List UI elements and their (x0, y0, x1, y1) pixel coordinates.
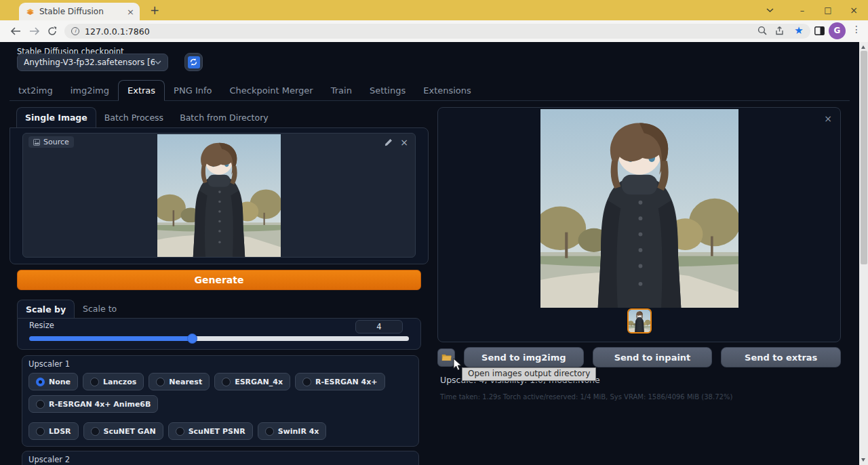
extras-right-panel: × Send to img2imgSend to inpaintSend to … (437, 107, 841, 367)
url-text: 127.0.0.1:7860 (85, 26, 150, 37)
send-to-extras-button[interactable]: Send to extras (721, 347, 841, 367)
tab-img2img[interactable]: img2img (62, 80, 118, 101)
generate-button[interactable]: Generate (17, 270, 421, 290)
tab-checkpoint-merger[interactable]: Checkpoint Merger (220, 80, 321, 101)
scale-tabs: Scale byScale to Resize 4 (9, 300, 429, 350)
radio-icon (90, 378, 99, 386)
resize-slider[interactable] (29, 336, 409, 341)
reload-button[interactable] (45, 24, 60, 39)
mouse-cursor (453, 358, 462, 371)
output-preview[interactable] (540, 109, 738, 310)
edit-pencil-icon[interactable] (384, 138, 393, 146)
tab-close-icon[interactable]: × (127, 7, 134, 16)
subtab-batch-process[interactable]: Batch Process (96, 107, 172, 127)
tab-extensions[interactable]: Extensions (414, 80, 480, 101)
scale-tab-scale-by[interactable]: Scale by (17, 300, 75, 318)
refresh-checkpoint-button[interactable] (184, 53, 203, 71)
site-info-icon[interactable]: i (71, 27, 79, 35)
slider-handle[interactable] (187, 333, 197, 344)
send-to-img2img-button[interactable]: Send to img2img (464, 347, 584, 367)
resize-label: Resize (29, 321, 409, 330)
subtab-batch-from-directory[interactable]: Batch from Directory (172, 107, 277, 127)
folder-tooltip: Open images output directory (462, 367, 596, 381)
scale-tab-bar: Scale byScale to (9, 300, 429, 318)
upscaler-option-lanczos[interactable]: Lanczos (83, 373, 144, 390)
upscaler-option-none[interactable]: None (28, 373, 78, 390)
upscaler-option-ldsr[interactable]: LDSR (28, 422, 79, 440)
radio-icon (222, 378, 231, 386)
bookmark-star-icon[interactable]: ★ (791, 23, 806, 38)
dropzone-actions: × (384, 138, 408, 147)
profile-avatar[interactable]: G (829, 22, 846, 39)
scrollbar-thumb[interactable] (861, 51, 867, 264)
output-image (540, 109, 738, 308)
performance-info-text: Time taken: 1.29s Torch active/reserved:… (440, 393, 732, 401)
back-button[interactable] (8, 24, 23, 39)
scale-tab-scale-to[interactable]: Scale to (75, 300, 125, 318)
image-icon (33, 139, 40, 146)
output-gallery: × (437, 107, 841, 342)
radio-icon (36, 427, 45, 436)
chevron-down-icon (155, 60, 161, 64)
share-icon[interactable] (773, 23, 788, 38)
send-to-inpaint-button[interactable]: Send to inpaint (593, 347, 713, 367)
clear-image-icon[interactable]: × (400, 138, 408, 147)
radio-label: R-ESRGAN 4x+ Anime6B (49, 400, 151, 409)
zoom-page-icon[interactable] (755, 23, 770, 38)
tab-train[interactable]: Train (322, 80, 361, 101)
tab-txt2img[interactable]: txt2img (9, 80, 62, 101)
tab-extras[interactable]: Extras (118, 80, 165, 101)
gallery-close-icon[interactable]: × (824, 113, 832, 124)
radio-label: Lanczos (103, 378, 136, 386)
page-scrollbar[interactable] (859, 42, 868, 465)
upscaler-option-nearest[interactable]: Nearest (149, 373, 210, 390)
window-maximize-button[interactable]: □ (815, 0, 841, 20)
upscaler-option-swinir-4x[interactable]: SwinIR 4x (258, 422, 327, 440)
browser-toolbar: i 127.0.0.1:7860 ★ G ⋮ (0, 20, 868, 42)
tab-settings[interactable]: Settings (361, 80, 414, 101)
send-buttons: Send to img2imgSend to inpaintSend to ex… (464, 347, 841, 367)
radio-label: Nearest (169, 378, 202, 386)
gallery-thumbnail-selected[interactable] (627, 308, 652, 333)
tab-png-info[interactable]: PNG Info (165, 80, 220, 101)
subtab-single-image[interactable]: Single Image (16, 107, 96, 127)
upscaler-1-group: Upscaler 1 NoneLanczosNearestESRGAN_4xR-… (22, 355, 419, 447)
browser-tab[interactable]: Stable Diffusion × (19, 3, 140, 20)
send-button-row: Send to img2imgSend to inpaintSend to ex… (437, 347, 841, 367)
radio-label: ScuNET PSNR (189, 427, 245, 436)
browser-tab-title: Stable Diffusion (39, 7, 127, 16)
source-chip: Source (28, 136, 74, 148)
window-minimize-button[interactable]: – (789, 0, 815, 20)
radio-label: ESRGAN_4x (235, 378, 283, 386)
browser-menu-icon[interactable]: ⋮ (852, 24, 861, 35)
folder-icon (441, 353, 452, 361)
window-chevron-icon[interactable] (757, 0, 783, 20)
upscaler-option-r-esrgan-4x[interactable]: R-ESRGAN 4x+ (295, 373, 385, 390)
radio-icon (265, 427, 274, 436)
upscaler-option-scunet-psnr[interactable]: ScuNET PSNR (168, 422, 253, 440)
upscaler-option-esrgan-4x[interactable]: ESRGAN_4x (214, 373, 290, 390)
upscaler-1-options: NoneLanczosNearestESRGAN_4xR-ESRGAN 4x+R… (28, 373, 412, 440)
refresh-icon (188, 56, 200, 68)
source-image-dropzone[interactable]: Source × (22, 133, 416, 258)
side-panel-icon[interactable] (812, 23, 827, 38)
url-bar[interactable]: i 127.0.0.1:7860 (64, 24, 810, 39)
extras-left-panel: Single ImageBatch ProcessBatch from Dire… (9, 107, 429, 465)
radio-icon (156, 378, 165, 386)
upscaler-option-r-esrgan-4x-anime6b[interactable]: R-ESRGAN 4x+ Anime6B (28, 395, 158, 413)
checkpoint-dropdown[interactable]: Anything-V3-fp32.safetensors [625a2ba2] (17, 54, 168, 71)
new-tab-button[interactable]: + (146, 3, 163, 19)
checkpoint-value: Anything-V3-fp32.safetensors [625a2ba2] (24, 58, 155, 67)
upscaler-1-label: Upscaler 1 (28, 359, 412, 369)
upscaler-option-scunet-gan[interactable]: ScuNET GAN (83, 422, 163, 440)
radio-label: R-ESRGAN 4x+ (315, 378, 378, 386)
window-close-button[interactable]: × (841, 0, 867, 20)
single-image-panel: Source × (9, 127, 429, 264)
extras-subtab-bar: Single ImageBatch ProcessBatch from Dire… (9, 107, 429, 127)
scrollbar-up-arrow-icon[interactable] (861, 45, 865, 49)
scrollbar-down-arrow-icon[interactable] (861, 458, 865, 462)
forward-button[interactable] (27, 24, 42, 39)
stable-diffusion-page: Stable Diffusion checkpoint Anything-V3-… (0, 42, 859, 465)
resize-value-input[interactable]: 4 (355, 320, 403, 333)
source-label: Source (43, 138, 69, 146)
